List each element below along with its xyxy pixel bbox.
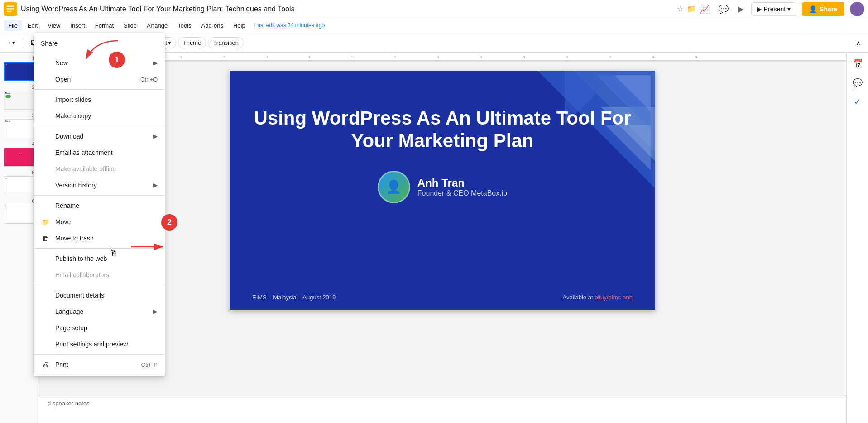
app-icon: [4, 2, 17, 16]
email-icon: [41, 148, 50, 157]
slide-canvas[interactable]: Using WordPress As An Ultimate Tool For …: [230, 71, 655, 310]
chat-icon-btn[interactable]: 💬: [850, 75, 865, 91]
menu-item-import-slides[interactable]: Import slides: [34, 91, 165, 108]
menu-item-move-trash[interactable]: 🗑 Move to trash: [34, 230, 165, 246]
menu-item-doc-details[interactable]: Document details: [34, 287, 165, 303]
slide-preview-3[interactable]: What is...: [4, 119, 34, 138]
menu-item-version-history[interactable]: Version history ▶: [34, 177, 165, 193]
print-shortcut: Ctrl+P: [141, 361, 158, 368]
theme-button[interactable]: Theme: [178, 37, 206, 48]
slide-thumb-3[interactable]: 3 What is...: [4, 113, 34, 138]
menu-item-print-settings[interactable]: Print settings and preview: [34, 336, 165, 352]
slide-preview-5[interactable]: Cre...: [4, 176, 34, 195]
menu-section-import: Import slides Make a copy: [34, 90, 165, 126]
copy-icon: [41, 111, 50, 120]
email-attachment-label: Email as attachment: [55, 149, 113, 156]
slide-thumb-2[interactable]: 2 About: [4, 85, 34, 110]
svg-text:9: 9: [695, 55, 697, 59]
slide-thumb-4[interactable]: 4 C: [4, 142, 34, 167]
menu-item-slide[interactable]: Slide: [119, 20, 141, 31]
language-icon: [41, 307, 50, 316]
comments-icon[interactable]: 💬: [717, 2, 730, 16]
print-settings-label: Print settings and preview: [55, 341, 128, 348]
slide-thumb-1[interactable]: 1 U: [4, 56, 34, 81]
toolbar-collapse-btn[interactable]: ∧: [853, 38, 864, 48]
menu-item-open[interactable]: Open Ctrl+O: [34, 71, 165, 87]
history-icon: [41, 181, 50, 190]
menu-item-arrange[interactable]: Arrange: [142, 20, 172, 31]
svg-text:2: 2: [394, 55, 396, 59]
menu-item-tools[interactable]: Tools: [173, 20, 196, 31]
menu-item-page-setup[interactable]: Page setup: [34, 320, 165, 336]
transition-button[interactable]: Transition: [208, 37, 244, 48]
new-icon: [41, 58, 50, 67]
share-button[interactable]: 👤 Share: [802, 2, 844, 16]
analytics-icon[interactable]: 📈: [698, 2, 711, 16]
slide-content: Using WordPress As An Ultimate Tool For …: [252, 107, 633, 203]
menu-item-view[interactable]: View: [43, 20, 65, 31]
move-trash-left: 🗑 Move to trash: [41, 234, 94, 243]
menu-item-format[interactable]: Format: [91, 20, 118, 31]
menu-section-new-open: New ▶ Open Ctrl+O: [34, 53, 165, 90]
slide-preview-1[interactable]: U: [4, 62, 34, 81]
menu-item-insert[interactable]: Insert: [66, 20, 90, 31]
user-avatar[interactable]: [850, 2, 864, 16]
slide-footer-right: Available at bit.ly/eims-anh: [563, 294, 633, 301]
present-dropdown-arrow[interactable]: ▾: [787, 5, 791, 13]
page-setup-left: Page setup: [41, 323, 87, 332]
menu-item-publish-web[interactable]: Publish to the web: [34, 250, 165, 267]
print-left: 🖨 Print: [41, 360, 68, 369]
move-left: 📁 Move: [41, 217, 71, 226]
top-right-actions: 📈 💬 ▶ ▶ Present ▾ 👤 Share: [698, 2, 864, 16]
menu-item-email-attachment[interactable]: Email as attachment: [34, 144, 165, 161]
slide-author-role: Founder & CEO MetaBox.io: [417, 189, 507, 197]
share-menu-item[interactable]: Share: [34, 36, 165, 51]
svg-rect-1: [7, 5, 14, 6]
open-label: Open: [55, 76, 71, 83]
toolbar-right: ∧: [853, 38, 864, 48]
slide-author-name: Anh Tran: [417, 177, 507, 189]
slide-num-4: 4: [4, 142, 34, 147]
slide-thumb-6[interactable]: 6 Cro...: [4, 199, 34, 224]
share-icon: 👤: [809, 5, 817, 13]
menu-item-open-left: Open: [41, 75, 71, 84]
star-icon[interactable]: ☆: [677, 5, 683, 13]
notes-area[interactable]: d speaker notes: [38, 396, 846, 423]
svg-text:-2: -2: [222, 55, 225, 59]
slide-preview-6[interactable]: Cro...: [4, 205, 34, 224]
trash-icon: 🗑: [41, 234, 50, 243]
svg-text:-3: -3: [179, 55, 182, 59]
menu-item-help[interactable]: Help: [229, 20, 250, 31]
menu-item-new[interactable]: New ▶: [34, 55, 165, 71]
slideshow-icon[interactable]: ▶: [736, 2, 746, 16]
menu-item-file[interactable]: File: [4, 20, 22, 31]
version-arrow: ▶: [153, 182, 158, 188]
menu-item-addons[interactable]: Add-ons: [197, 20, 228, 31]
email-collab-icon: [41, 270, 50, 279]
menu-item-make-copy[interactable]: Make a copy: [34, 108, 165, 124]
slide-thumb-5[interactable]: 5 Cre...: [4, 170, 34, 195]
slide-footer-link[interactable]: bit.ly/eims-anh: [595, 294, 633, 301]
move-label: Move: [55, 218, 71, 226]
slide-preview-2[interactable]: About: [4, 91, 34, 110]
folder-icon[interactable]: 📁: [687, 5, 696, 13]
menu-bar: File Edit View Insert Format Slide Arran…: [0, 18, 868, 33]
slide-author-info: Anh Tran Founder & CEO MetaBox.io: [417, 177, 507, 197]
language-label: Language: [55, 308, 83, 315]
menu-item-print[interactable]: 🖨 Print Ctrl+P: [34, 356, 165, 373]
slide-num-1: 1: [4, 56, 34, 61]
menu-item-language[interactable]: Language ▶: [34, 303, 165, 320]
check-icon-btn[interactable]: ✓: [851, 94, 863, 110]
toolbar-plus-btn[interactable]: + ▾: [4, 38, 19, 48]
import-icon: [41, 95, 50, 104]
present-button[interactable]: ▶ Present ▾: [751, 2, 796, 16]
doc-details-left: Document details: [41, 291, 104, 300]
menu-item-download[interactable]: Download ▶: [34, 128, 165, 144]
menu-item-rename[interactable]: Rename: [34, 197, 165, 214]
menu-item-move[interactable]: 📁 Move: [34, 214, 165, 230]
slide-preview-4[interactable]: C: [4, 148, 34, 167]
doc-details-label: Document details: [55, 292, 104, 299]
present-icon: ▶: [757, 5, 762, 13]
calendar-icon-btn[interactable]: 📅: [850, 56, 865, 72]
menu-item-edit[interactable]: Edit: [23, 20, 42, 31]
